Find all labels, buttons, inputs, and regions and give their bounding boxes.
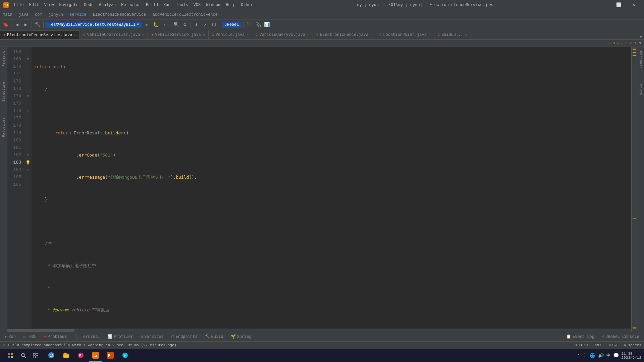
menu-refactor[interactable]: Refactor xyxy=(118,2,143,8)
line-ending[interactable]: CRLF xyxy=(594,343,602,347)
tab-electronic-fence-service[interactable]: ● ElectronicFenceService.java ✕ xyxy=(0,31,80,39)
tab-close-3[interactable]: ✕ xyxy=(247,33,249,37)
tab-spring[interactable]: 🌱 Spring xyxy=(227,333,255,341)
breadcrumb-service[interactable]: service xyxy=(69,12,86,17)
menu-analyze[interactable]: Analyze xyxy=(96,2,118,8)
gutter-182[interactable]: ▽ xyxy=(24,152,32,159)
breadcrumb-java[interactable]: java xyxy=(19,12,29,17)
menu-view[interactable]: View xyxy=(42,2,57,8)
toolbar-search[interactable]: 🔍 xyxy=(172,21,180,29)
taskbar-app-paint[interactable]: P xyxy=(74,349,88,362)
menu-other[interactable]: Other xyxy=(238,2,256,8)
menu-navigate[interactable]: Navigate xyxy=(56,2,81,8)
toolbar-forward[interactable]: ▶ xyxy=(22,21,30,29)
cursor-position[interactable]: 183:21 xyxy=(575,343,589,347)
horizontal-scrollbar[interactable] xyxy=(7,329,631,332)
menu-tools[interactable]: Tools xyxy=(173,2,191,8)
taskbar-app-intellij[interactable]: IJ xyxy=(89,349,102,362)
tab-event-log[interactable]: 📋 Event Log xyxy=(563,333,598,341)
gutter-174[interactable]: ▽ xyxy=(24,93,32,100)
tab-close-4[interactable]: ✕ xyxy=(307,33,309,37)
gutter-176[interactable]: ▽ xyxy=(24,107,32,115)
taskbar-app-powerpoint[interactable]: P xyxy=(104,349,117,362)
breadcrumb-com[interactable]: com xyxy=(35,12,42,17)
menu-code[interactable]: Code xyxy=(81,2,96,8)
tab-services[interactable]: ⚙ Services xyxy=(137,333,167,341)
toolbar-build[interactable]: 🔨 xyxy=(34,21,42,29)
task-view-button[interactable] xyxy=(30,349,41,362)
maximize-button[interactable]: ⬜ xyxy=(611,0,626,10)
tab-terminal[interactable]: ⬛ Terminal xyxy=(71,333,104,341)
toolbar-attach[interactable]: 📎 xyxy=(254,21,262,29)
tab-vehicle-controller[interactable]: C VehicleController.java ✕ xyxy=(80,31,148,39)
breadcrumb-jinyun[interactable]: jinyun xyxy=(49,12,63,17)
tab-electronic-fence[interactable]: C ElectronicFence.java ✕ xyxy=(313,31,376,39)
run-config-selector[interactable]: TestWayBillService.testCreateWayBill ▼ xyxy=(45,22,142,28)
gutter-169[interactable]: ▽ xyxy=(24,56,32,63)
tabs-overflow[interactable]: ▼ xyxy=(638,35,644,39)
menu-file[interactable]: File xyxy=(11,2,26,8)
toolbar-update-project[interactable]: ⬆ xyxy=(193,21,201,29)
structure-panel-toggle[interactable]: Structure xyxy=(1,79,6,104)
menu-run[interactable]: Run xyxy=(161,2,173,8)
search-button[interactable] xyxy=(18,349,30,362)
toolbar-bookmark[interactable]: 🔖 xyxy=(1,21,9,29)
menu-help[interactable]: Help xyxy=(223,2,238,8)
gutter-184[interactable]: ▽ xyxy=(24,166,32,174)
toolbar-commit[interactable]: ✓ xyxy=(201,21,209,29)
toolbar-git-menu[interactable]: ⬡ xyxy=(210,21,218,29)
run-button[interactable]: ▶ xyxy=(143,21,151,29)
minimize-button[interactable]: ─ xyxy=(596,0,611,10)
menu-edit[interactable]: Edit xyxy=(26,2,42,8)
code-content[interactable]: return null; } return ErrorResult.builde… xyxy=(32,47,631,329)
debug-button[interactable]: 🐛 xyxy=(152,21,160,29)
favorites-panel-toggle[interactable]: Favorites xyxy=(1,115,6,140)
gutter-183[interactable]: 💡 xyxy=(24,159,32,166)
maven-panel-toggle[interactable]: Maven xyxy=(638,81,643,98)
right-scrollbar[interactable] xyxy=(631,47,637,332)
toolbar-profile[interactable]: 📊 xyxy=(263,21,271,29)
taskbar-app-misc[interactable]: ⚙ xyxy=(118,349,132,362)
menu-build[interactable]: Build xyxy=(143,2,161,8)
tab-todo[interactable]: ☑ TODO xyxy=(20,333,40,341)
tab-vehicle-service[interactable]: ● VehicleService.java ✕ xyxy=(148,31,209,39)
tab-build[interactable]: 🔨 Build xyxy=(202,333,227,341)
run-config-dropdown[interactable]: ▼ xyxy=(137,23,139,26)
taskbar-app-chrome[interactable] xyxy=(45,349,58,362)
tab-close-7[interactable]: ✕ xyxy=(465,33,467,37)
menu-window[interactable]: Window xyxy=(203,2,223,8)
tab-run[interactable]: ▶ Run xyxy=(1,333,19,341)
tab-jrebel-console[interactable]: ⚡ JRebel Console xyxy=(598,333,643,341)
tab-problems[interactable]: ● Problems xyxy=(41,333,70,341)
tray-chevron[interactable]: ⌃ xyxy=(578,354,580,358)
indent-style[interactable]: 4 spaces xyxy=(624,343,641,347)
tab-close-1[interactable]: ✕ xyxy=(142,33,144,37)
tab-endpoints[interactable]: ⬡ Endpoints xyxy=(168,333,201,341)
tab-vehicle[interactable]: C Vehicle.java ✕ xyxy=(209,31,252,39)
tab-close-6[interactable]: ✕ xyxy=(429,33,431,37)
tab-profiler[interactable]: 📊 Profiler xyxy=(104,333,137,341)
tab-baidu[interactable]: C BaiduS... ✕ xyxy=(434,31,471,39)
menu-vcs[interactable]: VCS xyxy=(191,2,204,8)
tab-vehicle-query[interactable]: C VehicleQueryVo.java ✕ xyxy=(252,31,313,39)
hscroll-thumb[interactable] xyxy=(7,329,74,332)
toolbar-back[interactable]: ◀ xyxy=(13,21,21,29)
breadcrumb-method[interactable]: addVehicleToElectronicFence xyxy=(153,12,218,17)
tab-close-5[interactable]: ✕ xyxy=(370,33,372,37)
breadcrumb-class[interactable]: ElectronicFenceService xyxy=(93,12,146,17)
run-coverage-button[interactable]: ⚡ xyxy=(160,21,168,29)
expand-icon[interactable]: ▼ xyxy=(639,41,641,45)
taskbar-app-files[interactable] xyxy=(59,349,73,362)
breadcrumb-main[interactable]: main xyxy=(3,12,12,17)
windows-start-button[interactable] xyxy=(3,349,18,362)
tab-location-point[interactable]: C LocationPoint.java ✕ xyxy=(376,31,434,39)
tab-close-2[interactable]: ✕ xyxy=(203,33,205,37)
toolbar-settings[interactable]: ⚙ xyxy=(181,21,189,29)
toolbar-stop[interactable]: ⬛ xyxy=(245,21,253,29)
project-panel-toggle[interactable]: Project xyxy=(1,48,6,69)
close-button[interactable]: ✕ xyxy=(626,0,641,10)
file-encoding[interactable]: UTF-8 xyxy=(607,343,619,347)
database-panel-toggle[interactable]: Database xyxy=(638,48,643,71)
tab-close-0[interactable]: ✕ xyxy=(74,33,76,37)
jrebel-button[interactable]: JRebel xyxy=(222,22,241,28)
